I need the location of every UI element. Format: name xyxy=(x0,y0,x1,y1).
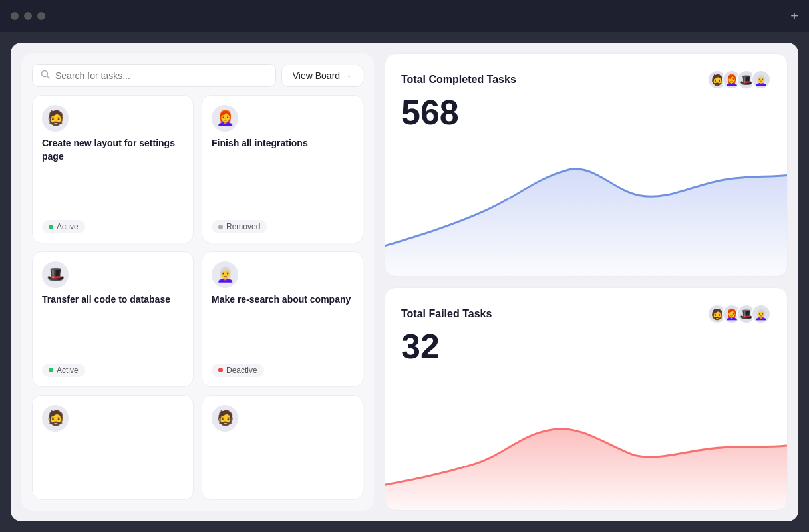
view-board-button[interactable]: View Board → xyxy=(281,65,363,87)
task-title: Make re-search about company xyxy=(212,293,353,358)
task-card[interactable]: 🧔 xyxy=(202,395,363,500)
avatar: 🧔 xyxy=(42,405,69,432)
completed-chart xyxy=(385,135,787,276)
window-controls xyxy=(11,12,45,20)
status-badge: Deactive xyxy=(212,364,264,377)
completed-tasks-card: Total Completed Tasks 🧔 👩‍🦰 🎩 👩‍🦳 568 xyxy=(385,53,788,277)
avatar: 👩‍🦰 xyxy=(212,105,238,132)
status-label: Active xyxy=(57,222,79,231)
status-badge: Active xyxy=(42,364,85,377)
search-icon xyxy=(41,70,50,81)
search-input[interactable] xyxy=(55,70,267,81)
avatar: 👩‍🦳 xyxy=(751,70,771,90)
add-button[interactable]: + xyxy=(790,9,798,24)
avatar: 👩‍🦳 xyxy=(751,304,771,324)
status-label: Removed xyxy=(226,222,260,231)
stat-header: Total Completed Tasks 🧔 👩‍🦰 🎩 👩‍🦳 xyxy=(401,70,771,90)
task-title: Finish all integrations xyxy=(212,137,353,215)
task-title: Create new layout for settings page xyxy=(42,137,184,215)
stat-title: Total Failed Tasks xyxy=(401,308,492,320)
status-badge: Removed xyxy=(212,220,267,233)
task-list-panel: View Board → 🧔 Create new layout for set… xyxy=(21,53,374,511)
stats-panel: Total Completed Tasks 🧔 👩‍🦰 🎩 👩‍🦳 568 xyxy=(385,53,788,511)
avatar: 🧔 xyxy=(42,105,69,132)
task-card[interactable]: 🎩 Transfer all code to database Active xyxy=(32,251,194,387)
stat-value: 568 xyxy=(401,95,771,130)
avatar-group: 🧔 👩‍🦰 🎩 👩‍🦳 xyxy=(707,70,771,90)
avatar: 🧔 xyxy=(212,405,238,432)
stat-header: Total Failed Tasks 🧔 👩‍🦰 🎩 👩‍🦳 xyxy=(401,304,771,324)
avatar: 👩‍🦳 xyxy=(212,261,238,288)
task-card[interactable]: 🧔 Create new layout for settings page Ac… xyxy=(32,95,194,243)
main-content: View Board → 🧔 Create new layout for set… xyxy=(11,43,798,521)
task-card[interactable]: 🧔 xyxy=(32,395,194,500)
titlebar: + xyxy=(0,0,809,32)
status-dot xyxy=(49,225,53,229)
avatar-group: 🧔 👩‍🦰 🎩 👩‍🦳 xyxy=(707,304,771,324)
search-input-wrap[interactable] xyxy=(32,64,276,87)
minimize-dot xyxy=(24,12,32,20)
task-title: Transfer all code to database xyxy=(42,293,184,358)
stat-title: Total Completed Tasks xyxy=(401,74,516,86)
maximize-dot xyxy=(37,12,45,20)
search-bar: View Board → xyxy=(32,64,363,87)
svg-line-1 xyxy=(47,76,50,79)
close-dot xyxy=(11,12,19,20)
failed-tasks-card: Total Failed Tasks 🧔 👩‍🦰 🎩 👩‍🦳 32 xyxy=(385,287,788,511)
status-dot xyxy=(218,368,223,372)
stat-value: 32 xyxy=(401,329,771,364)
task-card[interactable]: 👩‍🦰 Finish all integrations Removed xyxy=(202,95,363,243)
status-badge: Active xyxy=(42,220,85,233)
avatar: 🎩 xyxy=(42,261,69,288)
status-label: Deactive xyxy=(226,366,257,375)
status-dot xyxy=(218,225,223,229)
task-grid: 🧔 Create new layout for settings page Ac… xyxy=(32,95,363,500)
task-card[interactable]: 👩‍🦳 Make re-search about company Deactiv… xyxy=(202,251,363,387)
status-dot xyxy=(49,368,53,372)
failed-chart xyxy=(385,369,787,510)
status-label: Active xyxy=(57,366,79,375)
